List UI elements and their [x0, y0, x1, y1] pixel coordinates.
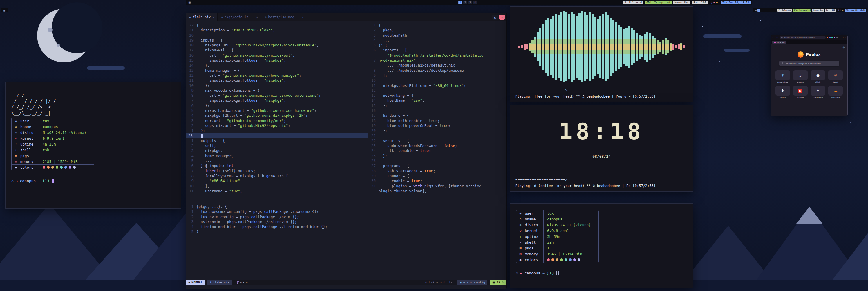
shell-prompt[interactable]: ⌂ → canopus ~ ))) [11, 179, 175, 183]
track-progress: =====================> [515, 178, 656, 182]
scroll-percent: 17 % [497, 281, 504, 284]
prompt-chevrons: ))) [547, 271, 554, 275]
editor-pane-overlays[interactable]: 1 {pkgs, ...}: { 1 tux-awesome-wm-config… [186, 202, 507, 280]
line-text: enable = true; [379, 178, 423, 183]
workspace-button[interactable]: 1 [458, 1, 462, 4]
workspace-button[interactable]: 1 [757, 9, 760, 11]
shortcut-tile[interactable]: ✻ chatgpt [775, 86, 790, 98]
tray-icon[interactable]: ♥ [713, 1, 715, 4]
fetch-row-icon: ▦ [11, 154, 20, 158]
cava-bar [641, 36, 643, 57]
clock-terminal[interactable]: 18:18 08/08/24 =====================> Pl… [510, 105, 693, 192]
tray-icon[interactable]: ♫ [838, 9, 839, 11]
line-text: modulesPath, [379, 33, 409, 38]
line-number: 7 [368, 58, 379, 63]
reload-button[interactable]: ↻ [776, 36, 778, 39]
line-number: 27 [368, 163, 379, 168]
fetch-row-value: 1946 | 15394 MiB [544, 251, 598, 257]
shortcut-tile[interactable]: ❄ search.nixos [775, 70, 790, 83]
extension-icon[interactable] [829, 37, 831, 38]
line-text: ../../modules/nixos/default.nix [379, 63, 455, 68]
forward-button[interactable]: › [775, 36, 775, 39]
firefox-window[interactable]: ‹ › ↻ Search with Google or enter addres… [771, 35, 848, 116]
shortcut-tile[interactable]: ▶ youtube [793, 86, 808, 98]
left-monitor-menu-icon[interactable]: ▦ [1, 8, 7, 12]
tab-favicon [774, 41, 776, 43]
workspace-button[interactable]: 4 [473, 1, 477, 4]
cava-bar [602, 14, 604, 79]
editor-pane-flake[interactable]: 22 { 21 description = "tux's NixOS Flake… [186, 21, 368, 202]
extension-icon[interactable] [834, 37, 835, 38]
search-icon [781, 62, 784, 64]
maximize-button[interactable]: □ [842, 37, 843, 39]
code-line: 5 } [186, 229, 507, 234]
git-branch-icon [237, 281, 239, 284]
cava-terminal[interactable]: =====================> Playing: ffee for… [510, 6, 693, 102]
personalize-gear-icon[interactable]: ⚙ [842, 46, 845, 49]
tray-icon[interactable]: ● [842, 9, 844, 11]
shortcut-icon: ✻ [780, 89, 785, 93]
tray-icon[interactable]: ♥ [840, 9, 841, 11]
shell-prompt[interactable]: ⌂ → canopus ~ ))) [516, 271, 687, 275]
line-text: inputs.nixpkgs.follows = "nixpkgs"; [196, 98, 286, 103]
extension-icon[interactable] [832, 37, 833, 38]
tab-close-icon[interactable]: × [212, 16, 214, 19]
workspace-button[interactable]: 3 [468, 1, 472, 4]
extension-icon[interactable] [827, 37, 828, 38]
browser-tab[interactable]: New Tab [772, 41, 786, 44]
cava-bar [664, 38, 666, 56]
line-text: sudo.wheelNeedsPassword = false; [379, 143, 457, 148]
tab-title: New Tab [777, 41, 784, 43]
shortcut-tile[interactable]: ☁ cloudflare [828, 86, 843, 98]
terminal-window-left[interactable]: __ / /___ ___ __ / __/ / / / |/_// /_/ /… [5, 82, 181, 208]
cava-bar [519, 46, 521, 48]
code-line: 19 bluetooth.powerOnBoot = true; [368, 123, 507, 128]
editor-tab[interactable]: ❄ pkgs/default... × [218, 13, 261, 21]
url-bar[interactable]: Search with Google or enter address [779, 36, 826, 39]
line-number: 29 [368, 173, 379, 178]
tab-close-icon[interactable]: × [302, 16, 304, 19]
app-launcher-icon[interactable]: ▦ [754, 9, 757, 11]
back-button[interactable]: ‹ [773, 36, 773, 39]
shortcut-tile[interactable]: ✻ chat.openai [810, 86, 826, 98]
tab-close-icon[interactable]: × [256, 16, 258, 19]
clock-chip[interactable]: Thu Aug 08, 18:18 [721, 1, 751, 4]
mode-label: NORMAL [191, 281, 203, 284]
line-number: 18 [186, 43, 196, 48]
shortcut-icon: ▶ [798, 89, 802, 93]
close-button[interactable]: × [844, 37, 846, 39]
editor-tab[interactable]: ❄ hosts/isoImag... × [261, 13, 307, 21]
line-text: url = "github:nix-community/home-manager… [196, 73, 301, 78]
newtab-search-input[interactable]: Search with Google or enter address [779, 61, 839, 66]
fetch-row-icon: ❄ [11, 131, 20, 135]
line-number: 1 [186, 138, 196, 143]
clock-chip[interactable]: Thu Aug 08, 18:18 [845, 9, 866, 11]
repo-chip: ◈ nixos-config [458, 280, 487, 285]
neovim-window[interactable]: ❄ flake.nix × ❄ pkgs/default... × ❄ host… [186, 13, 506, 288]
shortcut-tile[interactable]: ● github [810, 70, 826, 83]
editor-tab[interactable]: ❄ flake.nix × [186, 13, 218, 21]
cava-bar [584, 12, 586, 81]
editor-pane-iso[interactable]: 1 { 2 pkgs, 3 modulesPath, 4 ... 5 }: { [368, 21, 507, 202]
line-number: 22 [186, 23, 196, 28]
shortcut-tile[interactable]: ✳ claude [828, 70, 843, 83]
line-number: 5 [186, 229, 196, 234]
prompt-arrow-icon: → [16, 179, 18, 183]
minimize-button[interactable]: – [840, 37, 841, 39]
terminal-window-right[interactable]: ◆ user tux ⌂ hname canopus ❄ distro NixO… [510, 203, 693, 288]
now-playing-block: =====================> Playing: ffee for… [515, 88, 656, 98]
workspace-button[interactable]: 2 [463, 1, 467, 4]
new-tab-button[interactable]: + [788, 41, 789, 44]
command-line[interactable] [186, 285, 506, 289]
app-launcher-icon[interactable]: ▦ [187, 1, 192, 4]
tray-icon[interactable]: ♫ [711, 1, 712, 4]
close-buffer-button[interactable]: × [499, 14, 505, 20]
line-number: 17 [368, 113, 379, 118]
tray-icon[interactable]: ● [716, 1, 717, 4]
menu-icon[interactable]: ≡ [836, 36, 838, 39]
buffer-toggle-icon[interactable]: ◧ [492, 15, 498, 20]
code-line: 14 }; [186, 63, 368, 68]
cava-bar [573, 13, 575, 80]
shortcut-tile[interactable]: a amazon [793, 70, 808, 83]
line-text: n-cd-minimal.nix" [379, 58, 416, 63]
